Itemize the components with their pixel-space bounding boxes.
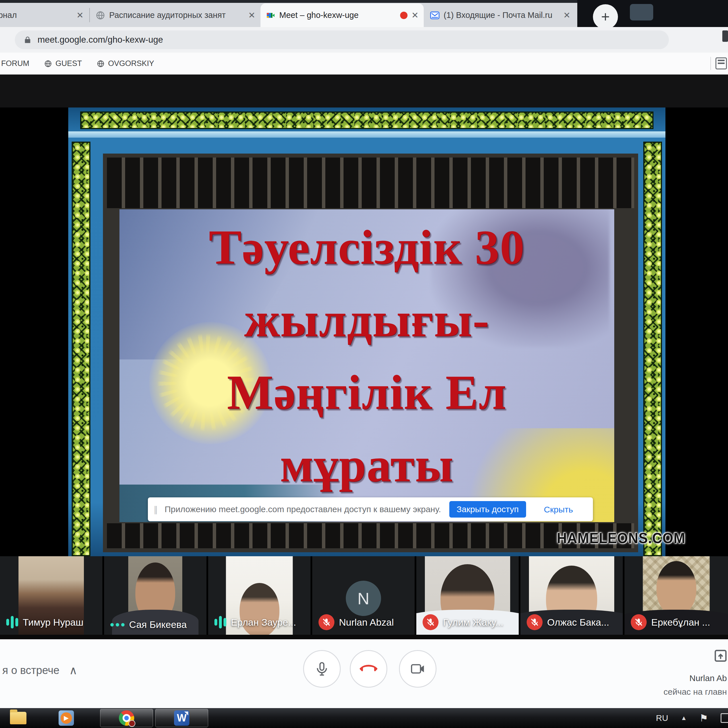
taskbar-word-button[interactable]: W	[155, 709, 208, 727]
filmstrip-holes-bottom	[107, 523, 634, 548]
address-bar[interactable]: meet.google.com/gho-kexw-uge	[15, 31, 669, 49]
close-icon[interactable]: ✕	[76, 10, 84, 20]
chrome-icon	[119, 710, 134, 726]
folder-icon	[10, 712, 26, 724]
shared-screen-stage: Тәуелсіздік 30 жылдығы- Мәңгілік Ел мұра…	[0, 107, 728, 556]
new-tab-button[interactable]: +	[593, 4, 618, 29]
recording-dot-icon	[400, 12, 407, 19]
bookmarks-bar: FORUM GUEST OVGORSKIY	[0, 53, 728, 75]
participant-tile[interactable]: Еркебұлан ...	[624, 556, 728, 635]
media-player-icon: ▶	[58, 710, 74, 726]
tab-meet-active[interactable]: Meet – gho-kexw-uge ✕	[260, 3, 424, 27]
participant-name: Олжас Бака...	[547, 617, 609, 628]
present-screen-icon	[713, 648, 728, 664]
meet-control-bar: я о встрече ∧ Nurlan Ab сейчас на главн	[0, 639, 728, 708]
presenter-status: сейчас на главн	[651, 687, 727, 697]
bookmark-ovgorskiy[interactable]: OVGORSKIY	[97, 59, 154, 68]
tab-separator	[89, 8, 90, 22]
globe-icon	[96, 11, 105, 20]
filmstrip-holes-top	[107, 158, 634, 208]
action-center-flag-icon[interactable]: ⚑	[700, 712, 708, 724]
close-icon[interactable]: ✕	[248, 10, 255, 20]
slide-title-line: Мәңгілік Ел	[119, 356, 614, 428]
taskbar-chrome-button[interactable]	[100, 709, 153, 727]
ornament-border-top	[80, 112, 653, 129]
tab-schedule[interactable]: Расписание аудиторных занят ✕	[90, 3, 260, 27]
tab-title: (1) Входящие - Почта Mail.ru	[444, 11, 559, 20]
presenter-name: Nurlan Ab	[662, 673, 727, 683]
ornament-border-left	[72, 142, 90, 556]
hide-link[interactable]: Скрыть	[544, 505, 573, 514]
participant-tile[interactable]: Тимур Нураш	[0, 556, 102, 635]
participant-strip: Тимур Нураш Сая Бикеева Ерлан Зауре... N…	[0, 556, 728, 635]
system-tray: RU ▲ ⚑	[656, 708, 728, 728]
screen-share-notification: ∥ Приложению meet.google.com предоставле…	[148, 497, 593, 521]
close-icon[interactable]: ✕	[411, 10, 419, 20]
tab-mail[interactable]: (1) Входящие - Почта Mail.ru ✕	[425, 3, 575, 27]
bookmark-guest[interactable]: GUEST	[44, 59, 82, 68]
tab-title: Расписание аудиторных занят	[109, 11, 244, 20]
tab-zhurnal[interactable]: журнал ✕	[0, 3, 89, 27]
taskbar-media-player-button[interactable]: ▶	[50, 709, 82, 727]
presenting-button[interactable]	[713, 648, 728, 665]
participant-tile[interactable]: Ерлан Зауре...	[208, 556, 310, 635]
light-blue-stripe	[68, 132, 665, 138]
chrome-badge	[128, 720, 135, 727]
participant-tile[interactable]: Олжас Бака...	[520, 556, 623, 635]
bookmark-label: FORUM	[1, 59, 29, 68]
participant-name: Ерлан Зауре...	[231, 617, 296, 628]
participant-name: Сая Бикеева	[129, 619, 187, 630]
ornament-border-right	[643, 142, 662, 556]
muted-mic-icon	[422, 614, 439, 630]
strip-divider	[0, 635, 728, 639]
slide-title-line: мұраты	[119, 428, 614, 501]
initial-avatar: N	[346, 581, 381, 616]
mic-icon	[314, 661, 330, 677]
language-indicator[interactable]: RU	[656, 713, 668, 723]
chevron-up-icon: ∧	[69, 664, 77, 677]
meeting-details-toggle[interactable]: я о встрече ∧	[2, 664, 77, 677]
bookmark-label: OVGORSKIY	[108, 59, 154, 68]
speaking-indicator-icon	[6, 614, 18, 630]
bookmark-label: GUEST	[55, 59, 82, 68]
windows-taskbar: ▶ W RU ▲ ⚑	[0, 708, 728, 728]
mail-icon	[430, 11, 440, 20]
browser-tab-bar: журнал ✕ Расписание аудиторных занят ✕ M…	[0, 0, 728, 27]
audio-dots-icon	[110, 623, 125, 627]
window-control-smudge	[630, 4, 653, 20]
desktop: журнал ✕ Расписание аудиторных занят ✕ M…	[0, 0, 728, 728]
presentation-frame: Тәуелсіздік 30 жылдығы- Мәңгілік Ел мұра…	[68, 107, 665, 556]
meeting-details-label: я о встрече	[2, 664, 60, 676]
participant-tile[interactable]: Сая Бикеева	[104, 556, 206, 635]
participant-name: Тимур Нураш	[23, 617, 83, 628]
toolbar-edge-icon[interactable]	[722, 31, 728, 42]
slide-title: Тәуелсіздік 30 жылдығы- Мәңгілік Ел мұра…	[119, 211, 614, 501]
slide-title-line: жылдығы-	[119, 283, 614, 356]
bookmarks-separator	[710, 57, 711, 70]
slide-title-line: Тәуелсіздік 30	[119, 211, 614, 283]
speaking-indicator-icon	[214, 614, 226, 630]
watermark: HAMELEONS.COM	[557, 529, 685, 547]
tray-clipped-icon[interactable]	[720, 713, 728, 723]
camera-icon	[410, 661, 426, 677]
word-icon: W	[174, 710, 190, 726]
url-text: meet.google.com/gho-kexw-uge	[38, 35, 163, 45]
hangup-button[interactable]	[350, 650, 387, 688]
camera-button[interactable]	[399, 650, 436, 688]
bookmark-forum[interactable]: FORUM	[1, 59, 29, 68]
participant-tile[interactable]: N Nurlan Abzal	[312, 556, 414, 635]
drag-handle-icon[interactable]: ∥	[154, 505, 158, 514]
participant-tile[interactable]: Гулим Жаку...	[416, 556, 519, 635]
side-panel-icon[interactable]	[716, 57, 727, 69]
tray-chevron-icon[interactable]: ▲	[681, 714, 687, 722]
stop-sharing-button[interactable]: Закрыть доступ	[449, 501, 526, 518]
close-icon[interactable]: ✕	[563, 10, 570, 20]
participant-name: Nurlan Abzal	[339, 617, 394, 628]
participant-name: Гулим Жаку...	[443, 617, 503, 628]
globe-icon	[97, 60, 105, 68]
mic-button[interactable]	[303, 650, 341, 688]
taskbar-explorer-button[interactable]	[4, 709, 32, 727]
filmstrip-graphic: Тәуелсіздік 30 жылдығы- Мәңгілік Ел мұра…	[103, 154, 638, 552]
call-end-icon	[359, 660, 378, 678]
muted-mic-icon	[631, 614, 647, 630]
